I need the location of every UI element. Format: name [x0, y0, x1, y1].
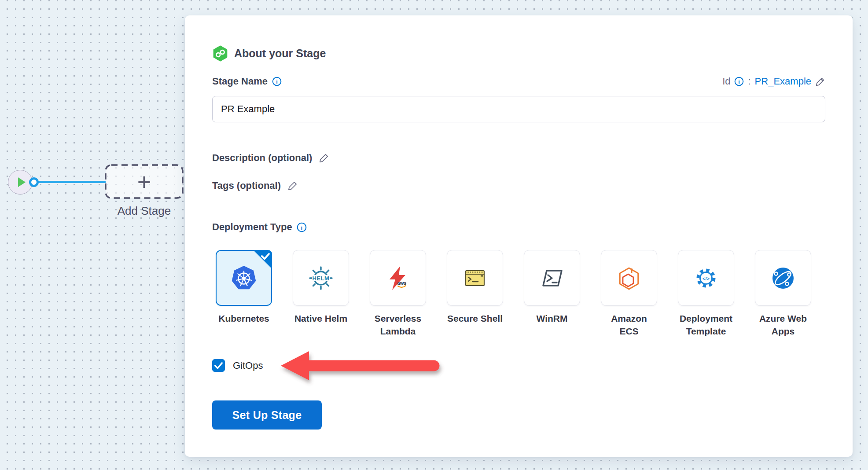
deployment-option-native-helm[interactable]: HELM Native Helm	[293, 250, 349, 338]
pipeline-canvas: + Add Stage About your Stage	[0, 0, 868, 470]
card-label: WinRM	[513, 312, 591, 325]
svg-text:i: i	[301, 224, 302, 231]
info-icon[interactable]: i	[734, 77, 744, 86]
helm-icon: HELM	[307, 264, 335, 292]
card-azure-web-apps[interactable]	[755, 250, 811, 306]
secure-shell-icon	[461, 264, 489, 292]
edit-id-icon[interactable]	[815, 77, 825, 87]
edit-description-icon[interactable]	[319, 153, 329, 163]
deployment-type-row: Deployment Type i	[212, 221, 307, 233]
svg-text:i: i	[739, 78, 740, 85]
deployment-option-serverless-lambda[interactable]: aws Serverless Lambda	[370, 250, 426, 338]
deployment-option-kubernetes[interactable]: Kubernetes	[216, 250, 272, 338]
deployment-option-winrm[interactable]: WinRM	[524, 250, 580, 338]
deployment-option-amazon-ecs[interactable]: Amazon ECS	[601, 250, 657, 338]
deployment-option-deployment-template[interactable]: </> Deployment Template	[678, 250, 734, 338]
svg-text:HELM: HELM	[313, 275, 330, 281]
card-label: Kubernetes	[205, 312, 283, 325]
info-icon[interactable]: i	[272, 77, 282, 86]
card-label: Serverless Lambda	[359, 312, 437, 338]
serverless-lambda-icon: aws	[384, 264, 412, 292]
amazon-ecs-icon	[615, 264, 643, 292]
card-amazon-ecs[interactable]	[601, 250, 657, 306]
svg-text:aws: aws	[397, 280, 407, 286]
card-label: Azure Web Apps	[744, 312, 822, 338]
gitops-row: GitOps	[212, 359, 263, 372]
card-kubernetes[interactable]	[216, 250, 272, 306]
add-stage-label: Add Stage	[105, 204, 184, 218]
card-label: Amazon ECS	[590, 312, 668, 338]
svg-text:i: i	[276, 78, 278, 85]
card-label: Deployment Template	[667, 312, 745, 338]
card-serverless-lambda[interactable]: aws	[370, 250, 426, 306]
card-label: Native Helm	[282, 312, 360, 325]
info-icon[interactable]: i	[297, 222, 307, 232]
selected-check-icon	[252, 250, 272, 270]
id-label: Id	[722, 76, 730, 87]
gitops-checkbox[interactable]	[212, 359, 225, 372]
card-native-helm[interactable]: HELM	[293, 250, 349, 306]
play-icon	[18, 177, 26, 187]
check-icon	[212, 359, 225, 372]
card-winrm[interactable]	[524, 250, 580, 306]
gitops-label[interactable]: GitOps	[233, 360, 263, 371]
connector-line	[37, 181, 106, 183]
card-secure-shell[interactable]	[447, 250, 503, 306]
about-stage-panel: About your Stage Stage Name i Id i :	[185, 15, 853, 457]
card-deployment-template[interactable]: </>	[678, 250, 734, 306]
annotation-arrow-icon	[279, 348, 446, 388]
plus-icon: +	[105, 164, 184, 199]
set-up-stage-button[interactable]: Set Up Stage	[212, 400, 322, 430]
azure-web-apps-icon	[769, 264, 797, 292]
panel-header: About your Stage	[212, 45, 326, 62]
panel-title: About your Stage	[234, 47, 326, 60]
id-separator: :	[748, 76, 750, 87]
stage-name-row: Stage Name i Id i : PR_Example	[212, 76, 825, 87]
card-label: Secure Shell	[436, 312, 514, 325]
stage-id-group: Id i : PR_Example	[722, 76, 825, 87]
deployment-type-cards: Kubernetes HELM	[216, 250, 811, 338]
deployment-template-icon: </>	[692, 264, 720, 292]
tags-row: Tags (optional)	[212, 180, 298, 191]
deploy-stage-icon	[212, 45, 228, 62]
connector-port	[29, 177, 39, 187]
stage-name-label: Stage Name	[212, 76, 268, 87]
description-label: Description (optional)	[212, 152, 312, 164]
stage-id-value[interactable]: PR_Example	[755, 76, 811, 87]
deployment-type-label: Deployment Type	[212, 221, 292, 233]
winrm-icon	[538, 264, 566, 292]
description-row: Description (optional)	[212, 152, 329, 164]
deployment-option-azure-web-apps[interactable]: Azure Web Apps	[755, 250, 811, 338]
stage-name-input[interactable]	[212, 96, 825, 122]
add-stage-button[interactable]: +	[105, 164, 184, 199]
tags-label: Tags (optional)	[212, 180, 281, 191]
edit-tags-icon[interactable]	[287, 180, 298, 191]
deployment-option-secure-shell[interactable]: Secure Shell	[447, 250, 503, 338]
svg-text:</>: </>	[702, 275, 710, 281]
